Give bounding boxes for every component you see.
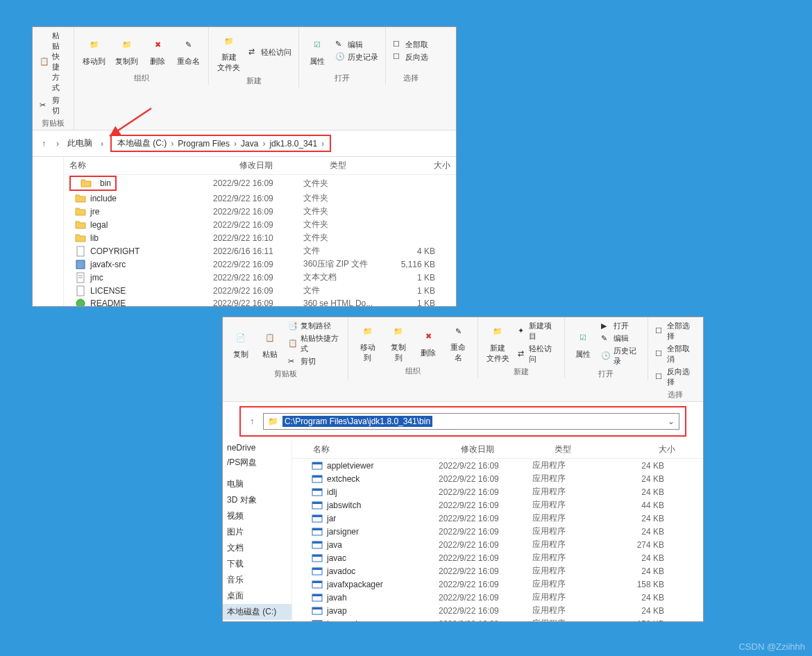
file-row[interactable]: idlj2022/9/22 16:09应用程序24 KB <box>292 485 703 498</box>
nav-music[interactable]: 音乐 <box>223 572 291 588</box>
new-folder-button[interactable]: 📁新建 文件夹 <box>484 321 512 365</box>
file-row[interactable]: jabswitch2022/9/22 16:09应用程序44 KB <box>292 498 703 512</box>
nav-pictures[interactable]: 图片 <box>223 524 291 540</box>
invert-sel-button[interactable]: ☐反向选择 <box>654 366 697 388</box>
file-row[interactable]: lib2022/9/22 16:10文件夹 <box>64 231 456 244</box>
ribbon: 📄复制 📋粘贴 📑复制路径 📋粘贴快捷方式 ✂剪切 剪贴板 📁移动到 📁复制到 … <box>223 317 703 402</box>
rename-button[interactable]: ✎重命名 <box>174 34 203 68</box>
select-group-label: 选择 <box>654 389 697 400</box>
open-group-label: 打开 <box>305 73 380 83</box>
file-row[interactable]: appletviewer2022/9/22 16:09应用程序24 KB <box>292 459 703 472</box>
move-to-label: 移动到 <box>83 56 105 67</box>
col-type-header[interactable]: 类型 <box>324 160 407 171</box>
col-type-header[interactable]: 类型 <box>549 444 625 455</box>
delete-button[interactable]: ✖删除 <box>416 326 441 360</box>
nav-video[interactable]: 视频 <box>223 508 291 524</box>
open-button[interactable]: ▶打开 <box>600 320 642 332</box>
breadcrumb-pc[interactable]: 此电脑 <box>66 137 94 149</box>
file-row[interactable]: javafx-src2022/9/22 16:09360压缩 ZIP 文件5,1… <box>64 258 456 271</box>
history-button[interactable]: 🕓历史记录 <box>334 51 380 63</box>
rename-button[interactable]: ✎重命名 <box>445 320 471 364</box>
file-row[interactable]: javap2022/9/22 16:09应用程序24 KB <box>292 604 703 617</box>
properties-button[interactable]: ☑属性 <box>305 34 330 68</box>
properties-button[interactable]: ☑属性 <box>570 327 595 361</box>
breadcrumb-jdk[interactable]: jdk1.8.0_341 <box>268 139 319 149</box>
col-size-header[interactable]: 大小 <box>625 444 681 455</box>
copy-path-button[interactable]: 📑复制路径 <box>287 320 342 332</box>
svg-rect-14 <box>312 462 322 464</box>
cut-button[interactable]: ✂剪切 <box>287 355 342 367</box>
deselect-all-button[interactable]: ☐全部取消 <box>654 343 697 365</box>
nav-downloads[interactable]: 下载 <box>223 556 291 572</box>
file-row[interactable]: java2022/9/22 16:09应用程序274 KB <box>292 538 703 551</box>
file-row[interactable]: javafxpackager2022/9/22 16:09应用程序158 KB <box>292 578 703 591</box>
up-arrow-icon[interactable]: ↑ <box>38 138 49 149</box>
file-row[interactable]: javapackager2022/9/22 16:09应用程序158 KB <box>292 617 703 622</box>
svg-rect-20 <box>312 502 322 504</box>
svg-rect-0 <box>77 246 84 256</box>
paste-button[interactable]: 📋粘贴 <box>257 327 282 361</box>
easy-access-button[interactable]: ⇄轻松访问 <box>516 343 559 365</box>
col-date-header[interactable]: 修改日期 <box>455 444 549 455</box>
nav-desktop[interactable]: 桌面 <box>223 588 291 604</box>
file-row[interactable]: README2022/9/22 16:09360 se HTML Do...1 … <box>64 297 456 307</box>
file-row[interactable]: javac2022/9/22 16:09应用程序24 KB <box>292 551 703 564</box>
nav-3d[interactable]: 3D 对象 <box>223 492 291 508</box>
paste-shortcut-button[interactable]: 📋粘贴快捷方式 <box>38 30 68 94</box>
file-row[interactable]: jar2022/9/22 16:09应用程序24 KB <box>292 512 703 525</box>
organize-group-label: 组织 <box>354 366 471 376</box>
file-row[interactable]: include2022/9/22 16:09文件夹 <box>64 192 456 205</box>
file-row[interactable]: jmc2022/9/22 16:09文本文档1 KB <box>64 271 456 284</box>
delete-button[interactable]: ✖删除 <box>145 34 170 68</box>
col-size-header[interactable]: 大小 <box>407 160 456 171</box>
breadcrumb-java[interactable]: Java <box>239 139 260 149</box>
new-folder-button[interactable]: 📁新建 文件夹 <box>214 30 243 74</box>
select-all-button[interactable]: ☐全部选择 <box>654 320 697 342</box>
edit-button[interactable]: ✎编辑 <box>600 333 642 344</box>
file-row[interactable]: javadoc2022/9/22 16:09应用程序24 KB <box>292 564 703 578</box>
organize-group-label: 组织 <box>80 73 203 83</box>
col-date-header[interactable]: 修改日期 <box>234 160 324 171</box>
col-name-header[interactable]: 名称 <box>292 444 455 455</box>
address-input[interactable]: 📁 C:\Program Files\Java\jdk1.8.0_341\bin… <box>263 413 679 430</box>
file-row[interactable]: LICENSE2022/9/22 16:09文件1 KB <box>64 284 456 297</box>
cut-button[interactable]: ✂剪切 <box>38 94 68 117</box>
open-group-label: 打开 <box>570 369 642 379</box>
nav-drive-d[interactable]: 本地磁盘 (D:) <box>223 620 291 622</box>
svg-rect-36 <box>312 607 322 609</box>
file-row[interactable]: extcheck2022/9/22 16:09应用程序24 KB <box>292 472 703 485</box>
copy-to-button[interactable]: 📁复制到 <box>385 320 412 364</box>
edit-button[interactable]: ✎编辑 <box>334 39 380 51</box>
file-row[interactable]: bin2022/9/22 16:09文件夹 <box>64 175 456 192</box>
nav-onedrive[interactable]: neDrive <box>223 441 291 455</box>
file-row[interactable]: jre2022/9/22 16:09文件夹 <box>64 205 456 218</box>
nav-pc[interactable]: 电脑 <box>223 476 291 492</box>
copy-to-button[interactable]: 📁复制到 <box>112 34 141 68</box>
svg-line-12 <box>110 108 151 136</box>
breadcrumb-pf[interactable]: Program Files <box>176 139 231 149</box>
copy-button[interactable]: 📄复制 <box>228 327 253 361</box>
new-folder-label: 新建 文件夹 <box>217 52 240 73</box>
file-row[interactable]: javah2022/9/22 16:09应用程序24 KB <box>292 591 703 604</box>
up-arrow-icon[interactable]: ↑ <box>246 416 257 427</box>
select-all-button[interactable]: ☐全部取 <box>391 39 430 51</box>
paste-shortcut-label: 粘贴快捷方式 <box>52 31 67 93</box>
copy-label: 复制 <box>233 349 248 360</box>
history-button[interactable]: 🕓历史记录 <box>600 345 642 367</box>
file-row[interactable]: legal2022/9/22 16:09文件夹 <box>64 218 456 231</box>
move-to-button[interactable]: 📁移动到 <box>80 34 108 68</box>
nav-drive-c[interactable]: 本地磁盘 (C:) <box>223 604 291 620</box>
col-name-header[interactable]: 名称 <box>64 160 234 171</box>
chevron-down-icon[interactable]: ⌄ <box>668 417 675 426</box>
file-row[interactable]: jarsigner2022/9/22 16:09应用程序24 KB <box>292 525 703 538</box>
nav-docs[interactable]: 文档 <box>223 540 291 556</box>
easy-access-button[interactable]: ⇄轻松访问 <box>247 47 293 58</box>
invert-sel-button[interactable]: ☐反向选 <box>391 51 430 63</box>
svg-rect-1 <box>76 260 85 269</box>
move-to-button[interactable]: 📁移动到 <box>354 320 380 364</box>
explorer-window-2: 📄复制 📋粘贴 📑复制路径 📋粘贴快捷方式 ✂剪切 剪贴板 📁移动到 📁复制到 … <box>222 317 704 622</box>
nav-wps[interactable]: /PS网盘 <box>223 455 291 471</box>
file-row[interactable]: COPYRIGHT2022/6/16 16:11文件4 KB <box>64 244 456 258</box>
paste-shortcut-button[interactable]: 📋粘贴快捷方式 <box>287 333 342 355</box>
new-item-button[interactable]: ✦新建项目 <box>516 320 559 342</box>
